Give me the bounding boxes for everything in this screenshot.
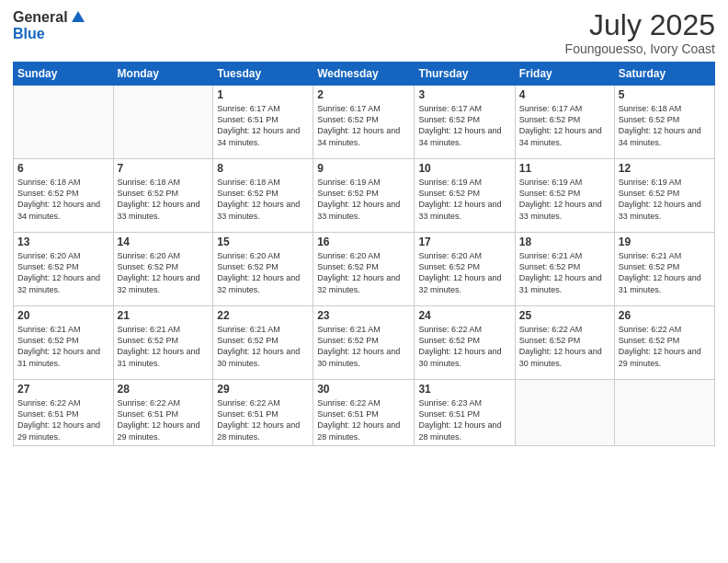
table-row: 6Sunrise: 6:18 AM Sunset: 6:52 PM Daylig… — [14, 159, 114, 233]
table-row: 4Sunrise: 6:17 AM Sunset: 6:52 PM Daylig… — [515, 86, 614, 159]
table-row: 10Sunrise: 6:19 AM Sunset: 6:52 PM Dayli… — [415, 159, 515, 233]
day-number: 31 — [418, 383, 510, 396]
day-number: 19 — [619, 236, 711, 248]
day-info: Sunrise: 6:18 AM Sunset: 6:52 PM Dayligh… — [619, 103, 711, 148]
table-row: 23Sunrise: 6:21 AM Sunset: 6:52 PM Dayli… — [313, 306, 415, 380]
day-number: 20 — [17, 309, 109, 322]
table-row: 31Sunrise: 6:23 AM Sunset: 6:51 PM Dayli… — [415, 380, 515, 446]
day-number: 4 — [519, 88, 610, 101]
table-row: 9Sunrise: 6:19 AM Sunset: 6:52 PM Daylig… — [313, 159, 415, 233]
day-number: 16 — [317, 236, 410, 248]
day-info: Sunrise: 6:22 AM Sunset: 6:52 PM Dayligh… — [418, 324, 510, 369]
day-number: 26 — [619, 309, 711, 322]
day-info: Sunrise: 6:21 AM Sunset: 6:52 PM Dayligh… — [519, 250, 610, 295]
table-row: 11Sunrise: 6:19 AM Sunset: 6:52 PM Dayli… — [515, 159, 614, 233]
day-number: 17 — [418, 236, 510, 248]
month-title: July 2025 — [565, 9, 715, 41]
day-info: Sunrise: 6:19 AM Sunset: 6:52 PM Dayligh… — [317, 177, 410, 222]
table-row — [515, 380, 614, 446]
day-info: Sunrise: 6:20 AM Sunset: 6:52 PM Dayligh… — [217, 250, 309, 295]
page: General Blue July 2025 Foungouesso, Ivor… — [0, 0, 728, 563]
table-row — [614, 380, 714, 446]
table-row: 15Sunrise: 6:20 AM Sunset: 6:52 PM Dayli… — [213, 233, 313, 306]
table-row: 20Sunrise: 6:21 AM Sunset: 6:52 PM Dayli… — [14, 306, 114, 380]
table-row: 2Sunrise: 6:17 AM Sunset: 6:52 PM Daylig… — [313, 86, 415, 159]
table-row: 13Sunrise: 6:20 AM Sunset: 6:52 PM Dayli… — [14, 233, 114, 306]
day-info: Sunrise: 6:21 AM Sunset: 6:52 PM Dayligh… — [17, 324, 109, 369]
logo-icon — [70, 9, 86, 26]
logo: General Blue — [13, 9, 86, 42]
day-info: Sunrise: 6:17 AM Sunset: 6:52 PM Dayligh… — [519, 103, 610, 148]
table-row: 14Sunrise: 6:20 AM Sunset: 6:52 PM Dayli… — [113, 233, 213, 306]
day-info: Sunrise: 6:18 AM Sunset: 6:52 PM Dayligh… — [217, 177, 309, 222]
day-number: 30 — [317, 383, 410, 396]
day-info: Sunrise: 6:17 AM Sunset: 6:52 PM Dayligh… — [418, 103, 510, 148]
day-number: 8 — [217, 162, 309, 175]
table-row: 19Sunrise: 6:21 AM Sunset: 6:52 PM Dayli… — [614, 233, 714, 306]
day-info: Sunrise: 6:18 AM Sunset: 6:52 PM Dayligh… — [17, 177, 109, 222]
day-info: Sunrise: 6:19 AM Sunset: 6:52 PM Dayligh… — [519, 177, 610, 222]
col-friday: Friday — [515, 63, 614, 86]
day-number: 3 — [418, 88, 510, 101]
day-info: Sunrise: 6:20 AM Sunset: 6:52 PM Dayligh… — [317, 250, 410, 295]
day-info: Sunrise: 6:22 AM Sunset: 6:51 PM Dayligh… — [17, 397, 109, 442]
calendar-header-row: Sunday Monday Tuesday Wednesday Thursday… — [14, 63, 715, 86]
day-number: 23 — [317, 309, 410, 322]
table-row: 26Sunrise: 6:22 AM Sunset: 6:52 PM Dayli… — [614, 306, 714, 380]
col-sunday: Sunday — [14, 63, 114, 86]
day-number: 12 — [619, 162, 711, 175]
day-info: Sunrise: 6:22 AM Sunset: 6:52 PM Dayligh… — [619, 324, 711, 369]
svg-marker-0 — [72, 11, 85, 22]
col-wednesday: Wednesday — [313, 63, 415, 86]
table-row: 8Sunrise: 6:18 AM Sunset: 6:52 PM Daylig… — [213, 159, 313, 233]
day-info: Sunrise: 6:22 AM Sunset: 6:52 PM Dayligh… — [519, 324, 610, 369]
day-info: Sunrise: 6:18 AM Sunset: 6:52 PM Dayligh… — [118, 177, 210, 222]
day-number: 21 — [118, 309, 210, 322]
day-info: Sunrise: 6:22 AM Sunset: 6:51 PM Dayligh… — [217, 397, 309, 442]
calendar-week-row: 27Sunrise: 6:22 AM Sunset: 6:51 PM Dayli… — [14, 380, 715, 446]
table-row: 12Sunrise: 6:19 AM Sunset: 6:52 PM Dayli… — [614, 159, 714, 233]
table-row: 30Sunrise: 6:22 AM Sunset: 6:51 PM Dayli… — [313, 380, 415, 446]
day-number: 11 — [519, 162, 610, 175]
day-info: Sunrise: 6:21 AM Sunset: 6:52 PM Dayligh… — [317, 324, 410, 369]
table-row: 27Sunrise: 6:22 AM Sunset: 6:51 PM Dayli… — [14, 380, 114, 446]
col-thursday: Thursday — [415, 63, 515, 86]
day-number: 27 — [17, 383, 109, 396]
day-number: 6 — [17, 162, 109, 175]
day-number: 9 — [317, 162, 410, 175]
table-row: 17Sunrise: 6:20 AM Sunset: 6:52 PM Dayli… — [415, 233, 515, 306]
day-info: Sunrise: 6:19 AM Sunset: 6:52 PM Dayligh… — [619, 177, 711, 222]
day-number: 29 — [217, 383, 309, 396]
day-info: Sunrise: 6:19 AM Sunset: 6:52 PM Dayligh… — [418, 177, 510, 222]
table-row: 18Sunrise: 6:21 AM Sunset: 6:52 PM Dayli… — [515, 233, 614, 306]
calendar-week-row: 13Sunrise: 6:20 AM Sunset: 6:52 PM Dayli… — [14, 233, 715, 306]
table-row: 1Sunrise: 6:17 AM Sunset: 6:51 PM Daylig… — [213, 86, 313, 159]
table-row: 25Sunrise: 6:22 AM Sunset: 6:52 PM Dayli… — [515, 306, 614, 380]
day-info: Sunrise: 6:23 AM Sunset: 6:51 PM Dayligh… — [418, 397, 510, 442]
day-info: Sunrise: 6:21 AM Sunset: 6:52 PM Dayligh… — [217, 324, 309, 369]
table-row: 21Sunrise: 6:21 AM Sunset: 6:52 PM Dayli… — [113, 306, 213, 380]
col-saturday: Saturday — [614, 63, 714, 86]
day-number: 10 — [418, 162, 510, 175]
col-monday: Monday — [113, 63, 213, 86]
day-number: 25 — [519, 309, 610, 322]
logo-blue-text: Blue — [13, 26, 45, 41]
table-row: 22Sunrise: 6:21 AM Sunset: 6:52 PM Dayli… — [213, 306, 313, 380]
table-row: 29Sunrise: 6:22 AM Sunset: 6:51 PM Dayli… — [213, 380, 313, 446]
table-row: 7Sunrise: 6:18 AM Sunset: 6:52 PM Daylig… — [113, 159, 213, 233]
logo-general-text: General — [13, 9, 68, 26]
table-row: 24Sunrise: 6:22 AM Sunset: 6:52 PM Dayli… — [415, 306, 515, 380]
location: Foungouesso, Ivory Coast — [565, 41, 715, 56]
day-info: Sunrise: 6:22 AM Sunset: 6:51 PM Dayligh… — [317, 397, 410, 442]
table-row: 3Sunrise: 6:17 AM Sunset: 6:52 PM Daylig… — [415, 86, 515, 159]
calendar-week-row: 20Sunrise: 6:21 AM Sunset: 6:52 PM Dayli… — [14, 306, 715, 380]
calendar-week-row: 6Sunrise: 6:18 AM Sunset: 6:52 PM Daylig… — [14, 159, 715, 233]
day-number: 22 — [217, 309, 309, 322]
day-info: Sunrise: 6:20 AM Sunset: 6:52 PM Dayligh… — [418, 250, 510, 295]
calendar-week-row: 1Sunrise: 6:17 AM Sunset: 6:51 PM Daylig… — [14, 86, 715, 159]
title-block: July 2025 Foungouesso, Ivory Coast — [565, 9, 715, 56]
day-info: Sunrise: 6:17 AM Sunset: 6:52 PM Dayligh… — [317, 103, 410, 148]
day-info: Sunrise: 6:22 AM Sunset: 6:51 PM Dayligh… — [118, 397, 210, 442]
day-number: 24 — [418, 309, 510, 322]
calendar-table: Sunday Monday Tuesday Wednesday Thursday… — [13, 62, 715, 446]
